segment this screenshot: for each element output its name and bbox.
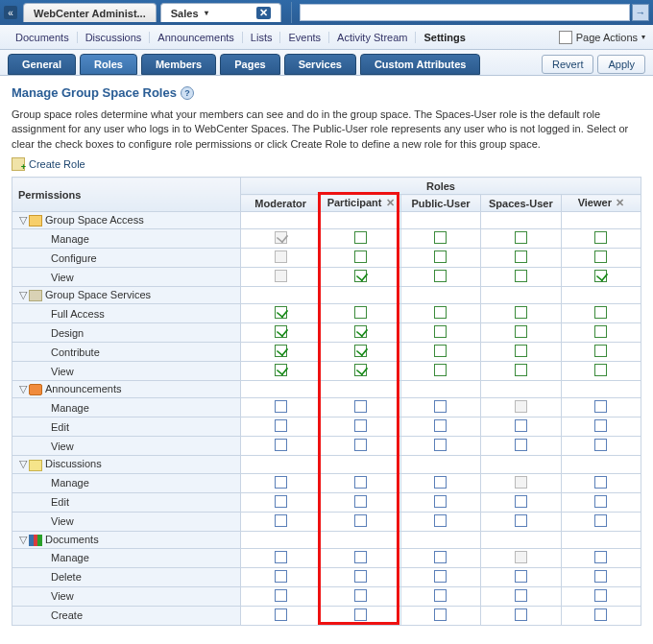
permission-checkbox[interactable] [515, 345, 527, 357]
permission-checkbox[interactable] [434, 589, 447, 602]
permission-checkbox[interactable] [354, 495, 367, 508]
permission-checkbox[interactable] [275, 570, 287, 583]
permission-checkbox[interactable] [434, 476, 447, 489]
permission-checkbox[interactable] [515, 495, 527, 508]
permission-checkbox[interactable] [434, 514, 447, 527]
permission-checkbox[interactable] [275, 439, 287, 451]
menu-settings[interactable]: Settings [416, 32, 472, 43]
permission-checkbox[interactable] [275, 325, 287, 338]
help-icon[interactable]: ? [181, 86, 194, 100]
top-tab-webcenter[interactable]: WebCenter Administ... [23, 3, 157, 22]
chevron-down-icon[interactable]: ▾ [205, 9, 208, 17]
permission-checkbox[interactable] [354, 400, 367, 413]
permission-checkbox[interactable] [354, 589, 367, 602]
permission-checkbox[interactable] [434, 400, 447, 413]
menu-documents[interactable]: Documents [8, 32, 78, 43]
perm-group[interactable]: ▽Discussions [12, 456, 241, 473]
permission-checkbox[interactable] [275, 306, 287, 319]
permission-checkbox[interactable] [515, 306, 527, 319]
nav-back-icon[interactable]: « [4, 6, 17, 19]
permission-checkbox[interactable] [594, 589, 607, 602]
permission-checkbox[interactable] [594, 514, 607, 527]
create-role-link[interactable]: Create Role [12, 157, 641, 171]
permission-checkbox[interactable] [275, 608, 287, 621]
close-icon[interactable]: ✕ [256, 7, 271, 19]
perm-group[interactable]: ▽Documents [12, 531, 241, 548]
search-input[interactable] [300, 4, 631, 21]
disclosure-icon[interactable]: ▽ [18, 534, 27, 546]
tab-services[interactable]: Services [284, 54, 356, 75]
delete-role-icon[interactable]: ✕ [386, 197, 395, 208]
permission-checkbox[interactable] [354, 345, 367, 357]
permission-checkbox[interactable] [515, 608, 527, 621]
permission-checkbox[interactable] [354, 439, 367, 451]
permission-checkbox[interactable] [354, 250, 367, 263]
perm-group[interactable]: ▽Group Space Access [12, 212, 241, 229]
disclosure-icon[interactable]: ▽ [18, 458, 27, 470]
perm-group[interactable]: ▽Group Space Services [12, 287, 241, 304]
permission-checkbox[interactable] [594, 439, 607, 451]
permission-checkbox[interactable] [594, 570, 607, 583]
permission-checkbox[interactable] [594, 270, 607, 282]
permission-checkbox[interactable] [515, 364, 527, 376]
permission-checkbox[interactable] [275, 495, 287, 508]
permission-checkbox[interactable] [434, 570, 447, 583]
permission-checkbox[interactable] [354, 270, 367, 282]
permission-checkbox[interactable] [354, 608, 367, 621]
menu-lists[interactable]: Lists [243, 32, 281, 43]
permission-checkbox[interactable] [354, 306, 367, 319]
permission-checkbox[interactable] [275, 476, 287, 489]
permission-checkbox[interactable] [594, 495, 607, 508]
permission-checkbox[interactable] [275, 589, 287, 602]
revert-button[interactable]: Revert [542, 55, 593, 74]
permission-checkbox[interactable] [434, 419, 447, 432]
permission-checkbox[interactable] [594, 306, 607, 319]
permission-checkbox[interactable] [434, 270, 447, 282]
permission-checkbox[interactable] [515, 270, 527, 282]
permission-checkbox[interactable] [354, 419, 367, 432]
tab-pages[interactable]: Pages [220, 54, 279, 75]
permission-checkbox[interactable] [515, 439, 527, 451]
permission-checkbox[interactable] [275, 345, 287, 357]
permission-checkbox[interactable] [594, 250, 607, 263]
permission-checkbox[interactable] [354, 551, 367, 563]
permission-checkbox[interactable] [354, 325, 367, 338]
permission-checkbox[interactable] [515, 231, 527, 244]
permission-checkbox[interactable] [434, 345, 447, 357]
permission-checkbox[interactable] [515, 514, 527, 527]
permission-checkbox[interactable] [354, 231, 367, 244]
permission-checkbox[interactable] [594, 325, 607, 338]
permission-checkbox[interactable] [434, 250, 447, 263]
tab-members[interactable]: Members [141, 54, 216, 75]
permission-checkbox[interactable] [354, 514, 367, 527]
permission-checkbox[interactable] [515, 570, 527, 583]
permission-checkbox[interactable] [434, 495, 447, 508]
permission-checkbox[interactable] [594, 419, 607, 432]
permission-checkbox[interactable] [434, 325, 447, 338]
tab-custom-attributes[interactable]: Custom Attributes [360, 54, 481, 75]
permission-checkbox[interactable] [354, 364, 367, 376]
permission-checkbox[interactable] [594, 231, 607, 244]
permission-checkbox[interactable] [275, 551, 287, 563]
disclosure-icon[interactable]: ▽ [18, 289, 27, 301]
permission-checkbox[interactable] [515, 325, 527, 338]
menu-announcements[interactable]: Announcements [150, 32, 243, 43]
perm-group[interactable]: ▽Announcements [12, 381, 241, 398]
permission-checkbox[interactable] [515, 250, 527, 263]
permission-checkbox[interactable] [594, 364, 607, 376]
permission-checkbox[interactable] [275, 419, 287, 432]
permission-checkbox[interactable] [434, 551, 447, 563]
permission-checkbox[interactable] [434, 364, 447, 376]
permission-checkbox[interactable] [515, 419, 527, 432]
menu-events[interactable]: Events [280, 32, 329, 43]
permission-checkbox[interactable] [354, 476, 367, 489]
permission-checkbox[interactable] [434, 306, 447, 319]
permission-checkbox[interactable] [594, 476, 607, 489]
permission-checkbox[interactable] [275, 400, 287, 413]
disclosure-icon[interactable]: ▽ [18, 383, 27, 395]
permission-checkbox[interactable] [594, 608, 607, 621]
tab-general[interactable]: General [8, 54, 76, 75]
permission-checkbox[interactable] [354, 570, 367, 583]
permission-checkbox[interactable] [594, 551, 607, 563]
permission-checkbox[interactable] [275, 514, 287, 527]
